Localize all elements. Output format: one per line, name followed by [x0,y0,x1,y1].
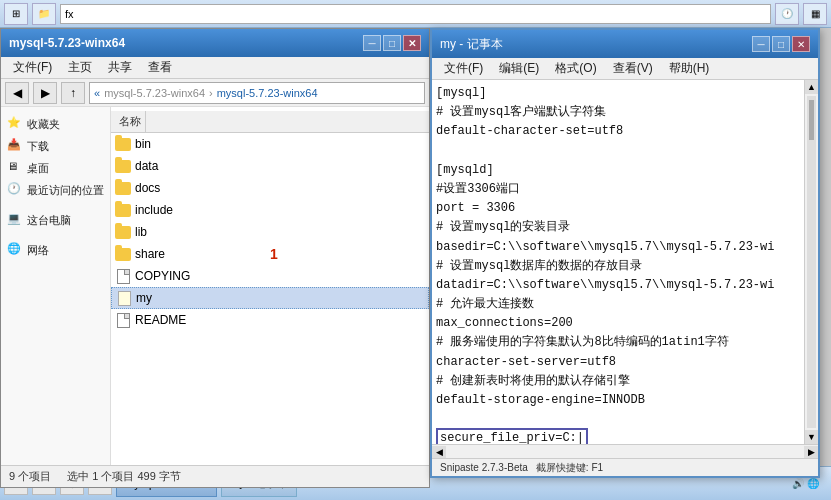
explorer-titlebar: mysql-5.7.23-winx64 ─ □ ✕ [1,29,429,57]
notepad-titlebar: my - 记事本 ─ □ ✕ [432,30,818,58]
up-button[interactable]: ↑ [61,82,85,104]
status-count: 9 个项目 [9,469,51,484]
notepad-menu-view[interactable]: 查看(V) [605,58,661,79]
tray-icons: 🔊 🌐 [792,478,819,489]
explorer-toolbar: ◀ ▶ ↑ « mysql-5.7.23-winx64 › mysql-5.7.… [1,79,429,107]
menu-view[interactable]: 查看 [140,57,180,78]
taskbar-icon-folder[interactable]: 📁 [32,3,56,25]
folder-icon-lib [115,224,131,240]
file-icon-copying [115,268,131,284]
file-name-readme: README [135,313,186,327]
scroll-thumb[interactable] [809,100,814,140]
status-selected: 选中 1 个项目 499 字节 [67,469,181,484]
sidebar-item-desktop[interactable]: 🖥 桌面 [1,157,110,179]
breadcrumb-arrow: › [209,87,213,99]
secure-file-priv-line[interactable]: secure_file_priv=C:| [436,428,588,444]
notepad-menu-edit[interactable]: 编辑(E) [491,58,547,79]
notepad-menu-format[interactable]: 格式(O) [547,58,604,79]
explorer-sidebar: ⭐ 收藏夹 📥 下载 🖥 桌面 🕐 最近访问的位置 💻 [1,107,111,465]
scroll-left[interactable]: ◀ [432,446,446,458]
file-name-lib: lib [135,225,147,239]
file-row-lib[interactable]: lib [111,221,429,243]
file-name-my: my [136,291,152,305]
file-name-share: share [135,247,165,261]
thispc-icon: 💻 [7,212,23,228]
folder-icon-bin [115,136,131,152]
minimize-button[interactable]: ─ [363,35,381,51]
file-row-include[interactable]: include [111,199,429,221]
menu-home[interactable]: 主页 [60,57,100,78]
scroll-up[interactable]: ▲ [805,80,818,94]
menu-share[interactable]: 共享 [100,57,140,78]
sidebar-label-network: 网络 [27,243,49,258]
scroll-right[interactable]: ▶ [804,446,818,458]
file-list-header: 名称 [111,111,429,133]
taskbar-icon-app[interactable]: ▦ [803,3,827,25]
scroll-down[interactable]: ▼ [805,430,818,444]
sidebar-label-recent: 最近访问的位置 [27,183,104,198]
col-name[interactable]: 名称 [115,111,146,132]
notepad-hscrollbar[interactable]: ◀ ▶ [432,444,818,458]
sidebar-item-thispc[interactable]: 💻 这台电脑 [1,209,110,231]
file-name-copying: COPYING [135,269,190,283]
file-name-docs: docs [135,181,160,195]
notepad-statusbar: Snipaste 2.7.3-Beta 截屏快捷键: F1 [432,458,818,476]
close-button[interactable]: ✕ [403,35,421,51]
notepad-title: my - 记事本 [440,36,752,53]
taskbar-icon-clock[interactable]: 🕐 [775,3,799,25]
window-controls: ─ □ ✕ [363,35,421,51]
maximize-button[interactable]: □ [383,35,401,51]
folder-icon-share [115,246,131,262]
sidebar-label-downloads: 下载 [27,139,49,154]
file-list: 名称 bin data docs [111,107,429,465]
back-button[interactable]: ◀ [5,82,29,104]
address-bar[interactable]: « mysql-5.7.23-winx64 › mysql-5.7.23-win… [89,82,425,104]
file-row-data[interactable]: data [111,155,429,177]
sidebar-label-desktop: 桌面 [27,161,49,176]
file-name-data: data [135,159,158,173]
sidebar-label-favorites: 收藏夹 [27,117,60,132]
explorer-menu: 文件(F) 主页 共享 查看 [1,57,429,79]
sidebar-item-network[interactable]: 🌐 网络 [1,239,110,261]
network-icon: 🌐 [7,242,23,258]
notepad-content[interactable]: [mysql] # 设置mysql客户端默认字符集 default-charac… [432,80,804,444]
notepad-close[interactable]: ✕ [792,36,810,52]
main-area: mysql-5.7.23-winx64 ─ □ ✕ 文件(F) 主页 共享 查看… [0,28,831,466]
menu-file[interactable]: 文件(F) [5,57,60,78]
file-row-my[interactable]: my [111,287,429,309]
forward-button[interactable]: ▶ [33,82,57,104]
notepad-maximize[interactable]: □ [772,36,790,52]
folder-icon-include [115,202,131,218]
breadcrumb-sep1: mysql-5.7.23-winx64 [104,87,205,99]
tray-area: 🔊 🌐 [784,478,827,489]
sidebar-item-favorites[interactable]: ⭐ 收藏夹 [1,113,110,135]
notepad-menu-file[interactable]: 文件(F) [436,58,491,79]
sidebar-item-downloads[interactable]: 📥 下载 [1,135,110,157]
file-name-include: include [135,203,173,217]
file-icon-my [116,290,132,306]
taskbar-icon-grid[interactable]: ⊞ [4,3,28,25]
downloads-icon: 📥 [7,138,23,154]
file-row-bin[interactable]: bin [111,133,429,155]
notepad-menu-help[interactable]: 帮助(H) [661,58,718,79]
breadcrumb-part1[interactable]: « [94,87,100,99]
favorites-icon: ⭐ [7,116,23,132]
file-row-docs[interactable]: docs [111,177,429,199]
notepad-body: [mysql] # 设置mysql客户端默认字符集 default-charac… [432,80,818,444]
scroll-track [807,96,816,428]
file-row-copying[interactable]: COPYING [111,265,429,287]
notepad-window: my - 记事本 ─ □ ✕ 文件(F) 编辑(E) 格式(O) 查看(V) 帮… [430,28,820,478]
file-row-readme[interactable]: README [111,309,429,331]
breadcrumb-part2[interactable]: mysql-5.7.23-winx64 [217,87,318,99]
explorer-status: 9 个项目 选中 1 个项目 499 字节 [1,465,429,487]
explorer-window: mysql-5.7.23-winx64 ─ □ ✕ 文件(F) 主页 共享 查看… [0,28,430,488]
explorer-body: ⭐ 收藏夹 📥 下载 🖥 桌面 🕐 最近访问的位置 💻 [1,107,429,465]
notepad-scrollbar[interactable]: ▲ ▼ [804,80,818,444]
explorer-title: mysql-5.7.23-winx64 [9,36,363,50]
notepad-minimize[interactable]: ─ [752,36,770,52]
sidebar-label-thispc: 这台电脑 [27,213,71,228]
sidebar-item-recent[interactable]: 🕐 最近访问的位置 [1,179,110,201]
formula-bar[interactable] [60,4,771,24]
file-name-bin: bin [135,137,151,151]
folder-icon-docs [115,180,131,196]
